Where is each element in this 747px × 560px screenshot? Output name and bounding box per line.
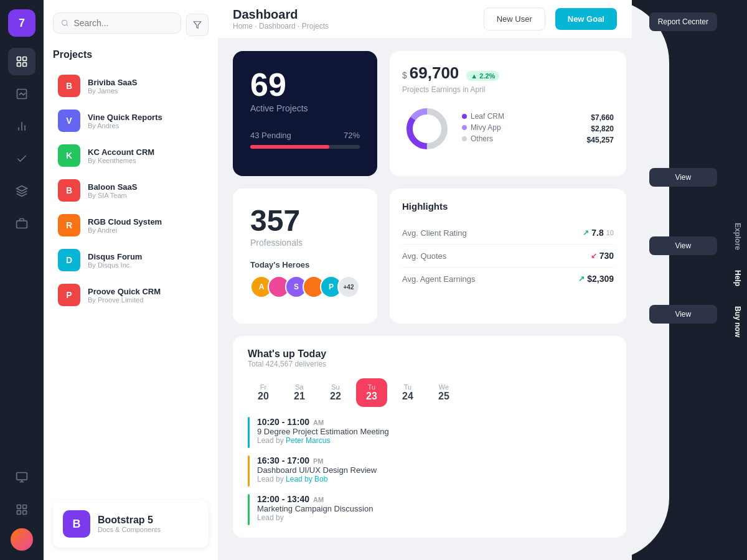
user-avatar[interactable] [11,528,33,551]
event-time-0: 10:20 - 11:00 AM [257,417,389,427]
project-item-1[interactable]: V Vine Quick Reports By Andres [53,105,209,137]
pending-label: 43 Pending [250,131,291,140]
svg-marker-19 [194,21,201,28]
event-lead-1: Lead by Lead by Bob [257,475,377,483]
event-person-1[interactable]: Lead by Bob [286,475,327,483]
bootstrap-sub: Docs & Components [98,526,161,533]
new-user-button[interactable]: New User [484,7,545,30]
svg-point-17 [62,20,67,25]
project-logo-6: P [58,284,80,306]
search-bar[interactable] [53,12,181,34]
event-stripe-0 [248,417,250,448]
svg-rect-14 [23,505,27,509]
sidebar-icon-layers[interactable] [8,177,35,205]
project-item-6[interactable]: P Proove Quick CRM By Proove Limited [53,279,209,311]
highlight-row-quotes: Avg. Quotes ↙ 730 [402,245,614,268]
earnings-values: $7,660 $2,820 $45,257 [587,113,614,144]
project-logo-5: D [58,249,80,271]
project-item-0[interactable]: B Briviba SaaS By James [53,70,209,102]
cal-day-3[interactable]: Tu23 [356,378,387,407]
event-title-1: Dashboard UI/UX Design Review [257,465,377,475]
progress-bar-fill [250,145,329,149]
project-name-3: Baloon SaaS [88,182,137,192]
earnings-currency: $ [402,70,407,80]
new-goal-button[interactable]: New Goal [555,8,617,30]
sidebar-tabs: Explore Help Buy now [728,213,747,347]
active-projects-label: Active Projects [250,103,360,113]
highlight-row-earnings: Avg. Agent Earnings ↗ $2,309 [402,268,614,290]
project-author-1: By Andres [88,122,162,129]
highlights-title: Highlights [402,201,614,212]
cal-day-1[interactable]: Sa21 [284,378,315,407]
project-author-5: By Disqus Inc. [88,261,142,269]
tab-help[interactable]: Help [728,260,747,296]
project-logo-0: B [58,75,80,97]
event-lead-2: Lead by [257,513,373,522]
event-title-0: 9 Degree Project Estimation Meeting [257,427,389,436]
highlight-row-rating: Avg. Client Rating ↗ 7.8 10 [402,222,614,245]
svg-rect-13 [17,505,21,509]
svg-rect-3 [23,63,27,67]
user-number-avatar[interactable]: 7 [8,9,35,37]
project-author-0: By James [88,87,138,95]
project-item-4[interactable]: R RGB Cloud System By Andrei [53,209,209,241]
day-name-1: Sa [295,383,303,391]
project-logo-3: B [58,179,80,202]
event-person-0[interactable]: Peter Marcus [286,436,330,445]
project-item-5[interactable]: D Disqus Forum By Disqus Inc. [53,244,209,276]
project-author-6: By Proove Limited [88,296,161,304]
event-item-2: 12:00 - 13:40 AM Marketing Campaign Disc… [248,494,611,525]
search-input[interactable] [73,18,173,28]
cal-day-4[interactable]: Tu24 [392,378,423,407]
event-stripe-2 [248,494,250,525]
day-num-0: 20 [258,391,269,402]
highlight-label-rating: Avg. Client Rating [402,228,467,238]
sidebar-icon-settings[interactable] [8,464,35,491]
event-item-0: 10:20 - 11:00 AM 9 Degree Project Estima… [248,417,611,448]
top-header: Dashboard Home · Dashboard · Projects Ne… [218,0,632,39]
cal-day-2[interactable]: Su22 [320,378,351,407]
sidebar-icon-dashboard[interactable] [8,48,35,75]
project-item-3[interactable]: B Baloon SaaS By SIA Team [53,174,209,207]
whatsup-subtitle: Total 424,567 deliveries [248,360,611,368]
tab-buy[interactable]: Buy now [728,296,747,347]
view-button-1[interactable]: View [649,168,717,187]
filter-button[interactable] [186,14,209,36]
professionals-count: 357 [250,203,360,238]
whatsup-title: What's up Today [248,348,611,360]
arrow-up-rating: ↗ [583,228,589,237]
whatsup-card: What's up Today Total 424,567 deliveries… [233,336,626,538]
project-logo-2: K [58,144,80,167]
cal-day-5[interactable]: We25 [428,378,459,407]
left-panel: Projects B Briviba SaaS By James V Vine … [44,0,218,560]
progress-bar [250,145,360,149]
event-lead-0: Lead by Peter Marcus [257,436,389,445]
page-title: Dashboard [233,7,474,22]
project-item-2[interactable]: K KC Account CRM By Keenthemes [53,139,209,172]
heroes-title: Today's Heroes [250,260,360,269]
legend-leaf: Leaf CRM [471,112,504,121]
sidebar-icon-check[interactable] [8,145,35,172]
dashboard-grid: 69 Active Projects 43 Pending 72% $ 69,7… [218,39,632,560]
sidebar-icon-analytics[interactable] [8,80,35,108]
main-content: Dashboard Home · Dashboard · Projects Ne… [218,0,632,560]
view-button-2[interactable]: View [649,236,717,255]
earnings-amount: 69,700 [410,63,459,83]
sidebar-icon-grid2[interactable] [8,496,35,523]
sidebar-icon-briefcase[interactable] [8,210,35,237]
bootstrap-promo[interactable]: B Bootstrap 5 Docs & Components [53,500,209,548]
sidebar-icon-chart[interactable] [8,113,35,140]
pending-percent: 72% [344,131,360,140]
view-button-3[interactable]: View [649,305,717,324]
event-time-2: 12:00 - 13:40 AM [257,494,373,504]
tab-explore[interactable]: Explore [728,213,747,260]
report-center-button[interactable]: Report Cecnter [649,12,717,31]
project-author-4: By Andrei [88,226,162,234]
event-stripe-1 [248,455,250,487]
whatsup-section: What's up Today Total 424,567 deliveries… [233,336,626,548]
val-others: $45,257 [587,136,614,144]
projects-title: Projects [53,49,209,60]
cal-day-0[interactable]: Fr20 [248,378,279,407]
highlights-card: Highlights Avg. Client Rating ↗ 7.8 10 A… [390,189,626,323]
legend-others: Others [471,134,493,143]
